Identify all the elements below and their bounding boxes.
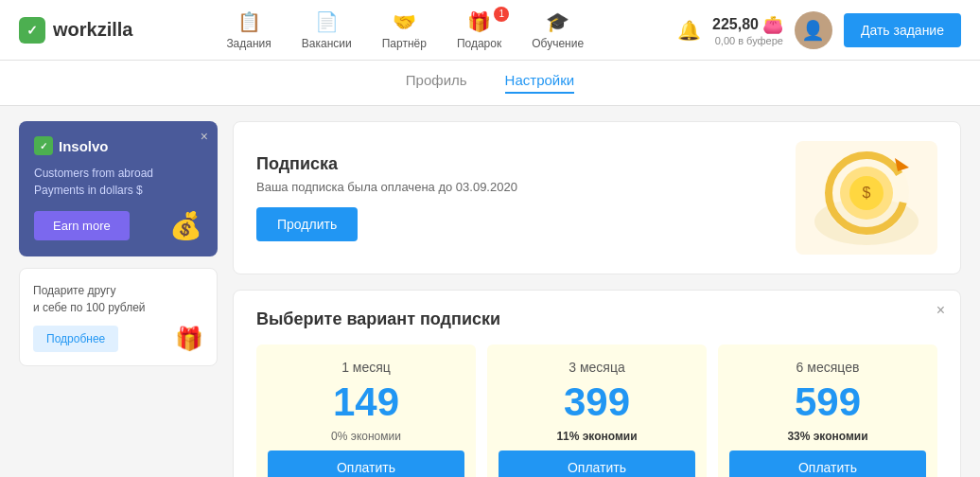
gift-promo-icon: 🎁 (175, 326, 203, 352)
plans-card: × Выберите вариант подписки 1 месяц 149 … (233, 290, 961, 477)
insolvo-logo-icon: ✓ (34, 136, 53, 155)
plan-period-2: 3 месяца (499, 360, 695, 375)
nav-label-partner: Партнёр (382, 37, 427, 50)
insolvo-bottom: Earn more 💰 (34, 210, 202, 241)
tab-profile[interactable]: Профиль (406, 72, 467, 94)
balance-display: 225,80 👛 0,00 в буфере (712, 14, 783, 46)
insolvo-title: ✓ Insolvo (34, 136, 202, 155)
nav-label-gift: Подарок (457, 37, 501, 50)
nav-label-learning: Обучение (532, 37, 584, 50)
insolvo-description: Customers from abroad Payments in dollar… (34, 165, 202, 199)
balance-amount: 225,80 (712, 16, 759, 33)
money-icon: 💰 (169, 210, 202, 241)
vacancies-icon: 📄 (315, 10, 339, 33)
insolvo-close-icon[interactable]: × (201, 129, 208, 144)
plan-item-3: 6 месяцев 599 33% экономии Оплатить (718, 344, 937, 477)
pay-button-1[interactable]: Оплатить (268, 450, 464, 477)
subscription-image: $ (796, 141, 937, 255)
insolvo-title-text: Insolvo (59, 138, 109, 154)
sidebar: × ✓ Insolvo Customers from abroad Paymen… (19, 121, 218, 477)
header: ✓ workzilla 📋 Задания 📄 Вакансии 🤝 Партн… (0, 0, 980, 61)
svg-text:$: $ (863, 185, 871, 201)
plan-economy-3: 33% экономии (729, 430, 926, 443)
plan-economy-2: 11% экономии (499, 430, 695, 443)
plan-price-2: 399 (499, 382, 695, 422)
subscription-graphic: $ (805, 141, 928, 255)
plan-economy-1: 0% экономии (268, 430, 464, 443)
gift-promo-bottom: Подробнее 🎁 (33, 326, 203, 352)
subscription-info: Подписка Ваша подписка была оплачена до … (256, 154, 517, 241)
renew-button[interactable]: Продлить (256, 207, 358, 241)
tab-settings[interactable]: Настройки (505, 72, 575, 94)
plan-item-1: 1 месяц 149 0% экономии Оплатить (256, 344, 476, 477)
plan-price-3: 599 (729, 382, 926, 422)
plan-item-2: 3 месяца 399 11% экономии Оплатить (487, 344, 707, 477)
nav-item-gift[interactable]: 🎁 1 Подарок (457, 10, 501, 50)
page-tabs: Профиль Настройки (0, 61, 980, 106)
detail-button[interactable]: Подробнее (33, 326, 118, 352)
gift-badge: 1 (494, 7, 509, 22)
bell-icon[interactable]: 🔔 (677, 19, 701, 42)
wallet-icon: 👛 (762, 14, 783, 35)
nav-item-vacancies[interactable]: 📄 Вакансии (302, 10, 352, 50)
nav-item-tasks[interactable]: 📋 Задания (226, 10, 271, 50)
gift-promo-card: Подарите другуи себе по 100 рублей Подро… (19, 268, 218, 366)
insolvo-card: × ✓ Insolvo Customers from abroad Paymen… (19, 121, 218, 256)
plan-price-1: 149 (268, 382, 464, 422)
partner-icon: 🤝 (393, 10, 416, 33)
balance-buffer: 0,00 в буфере (712, 35, 783, 46)
tasks-icon: 📋 (237, 10, 261, 33)
nav-label-vacancies: Вакансии (302, 37, 352, 50)
main-content: Подписка Ваша подписка была оплачена до … (233, 121, 961, 477)
logo-text: workzilla (53, 19, 132, 41)
plan-period-3: 6 месяцев (729, 360, 926, 375)
logo-icon: ✓ (19, 17, 45, 44)
page-content: × ✓ Insolvo Customers from abroad Paymen… (0, 106, 980, 477)
earn-more-button[interactable]: Earn more (34, 211, 130, 240)
main-nav: 📋 Задания 📄 Вакансии 🤝 Партнёр 🎁 1 Подар… (226, 10, 584, 50)
subscription-title: Подписка (256, 154, 517, 174)
header-right: 🔔 225,80 👛 0,00 в буфере 👤 Дать задание (677, 11, 961, 49)
logo: ✓ workzilla (19, 17, 132, 44)
pay-button-3[interactable]: Оплатить (729, 450, 926, 477)
pay-button-2[interactable]: Оплатить (499, 450, 695, 477)
plans-title: Выберите вариант подписки (256, 309, 937, 329)
plans-grid: 1 месяц 149 0% экономии Оплатить 3 месяц… (256, 344, 937, 477)
plans-close-icon[interactable]: × (936, 302, 945, 319)
subscription-card: Подписка Ваша подписка была оплачена до … (233, 121, 961, 274)
gift-icon: 🎁 (467, 10, 491, 33)
insolvo-line2: Payments in dollars $ (34, 184, 143, 197)
nav-label-tasks: Задания (226, 37, 271, 50)
nav-item-partner[interactable]: 🤝 Партнёр (382, 10, 427, 50)
plan-period-1: 1 месяц (268, 360, 464, 375)
subscription-description: Ваша подписка была оплачена до 03.09.202… (256, 180, 517, 194)
avatar[interactable]: 👤 (795, 11, 832, 49)
give-task-button[interactable]: Дать задание (844, 13, 961, 47)
nav-item-learning[interactable]: 🎓 Обучение (532, 10, 584, 50)
learning-icon: 🎓 (546, 10, 569, 33)
gift-promo-text: Подарите другуи себе по 100 рублей (33, 282, 203, 316)
insolvo-line1: Customers from abroad (34, 167, 153, 180)
